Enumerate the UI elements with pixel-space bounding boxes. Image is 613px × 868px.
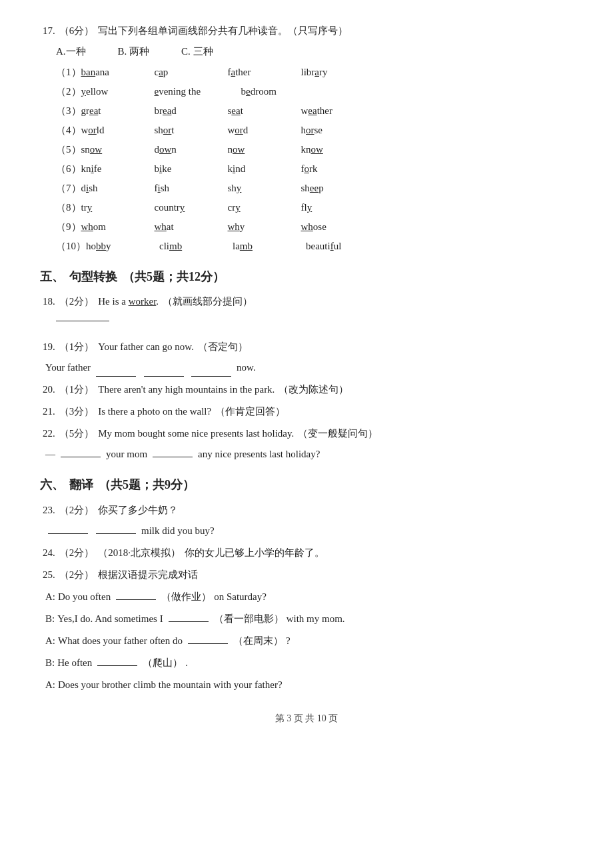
g10-w2: climb (159, 237, 233, 255)
q19-score: （1分） (59, 338, 95, 356)
g3-w1: great (81, 102, 155, 120)
q19-blank3[interactable] (191, 376, 231, 377)
g10-w3: lamb (233, 237, 306, 255)
q23-blank1[interactable] (48, 533, 88, 534)
q22-blank2[interactable] (153, 457, 193, 457)
q19-num: 19. (43, 338, 55, 356)
q18-note: （就画线部分提问） (163, 293, 253, 311)
q17-score: （6分） (59, 22, 95, 40)
g2-w1: yellow (81, 83, 155, 101)
q20-score: （1分） (59, 381, 95, 399)
g4-w3: word (228, 121, 301, 139)
g4-w1: world (81, 121, 155, 139)
q17-group-3: （3） great bread seat weather (43, 102, 573, 120)
q22-dash: — (45, 445, 55, 463)
g9-w1: whom (81, 218, 155, 236)
q17-group-10: （10） hobby climb lamb beautiful (43, 237, 573, 255)
g2-w2: evening the (155, 83, 241, 101)
g3-w4: weather (301, 102, 374, 120)
q17-group-9: （9） whom what why whose (43, 218, 573, 236)
section5-header: 五、 句型转换 （共5题；共12分） (40, 266, 573, 287)
q23-text: 你买了多少牛奶？ (98, 501, 178, 519)
q19-blank2[interactable] (144, 376, 184, 377)
q25-d1-suffix: on Saturday? (214, 588, 267, 606)
q25-d1-speaker: A: (45, 588, 55, 606)
q17-options: A.一种 B. 两种 C. 三种 (56, 43, 573, 61)
g9-w2: what (155, 218, 228, 236)
g1-w3: father (228, 63, 301, 81)
g10-num: （10） (56, 237, 86, 255)
q19-answer-prefix: Your father (45, 362, 91, 373)
q17-option-c: C. 三种 (181, 43, 213, 61)
q18-answer[interactable] (56, 321, 109, 321)
g10-w4: beautiful (306, 237, 379, 255)
q17-group-5: （5） snow down now know (43, 141, 573, 159)
q25-d2-speaker: B: (45, 610, 55, 628)
q25-d3-blank[interactable] (188, 643, 228, 644)
q22-text: My mom bought some nice presents last ho… (98, 425, 294, 443)
q20-text: There aren't any high mountains in the p… (98, 381, 275, 399)
g6-w4: fork (301, 160, 374, 178)
g8-w1: try (81, 199, 155, 217)
g7-w2: fish (155, 179, 228, 197)
g1-num: （1） (56, 63, 81, 81)
q25-d3-speaker: A: (45, 632, 55, 650)
q24-score: （2分） (59, 544, 95, 562)
g6-w1: knife (81, 160, 155, 178)
g7-w4: sheep (301, 179, 374, 197)
q22-blank1[interactable] (61, 457, 101, 457)
g1-w2: cap (155, 63, 228, 81)
q25-d4-prefix: He often (57, 654, 92, 672)
question-22: 22. （5分） My mom bought some nice present… (40, 425, 573, 463)
g6-w3: kind (228, 160, 301, 178)
q18-text: He is a worker. (98, 293, 159, 311)
q17-group-2: （2） yellow evening the bedroom (43, 83, 573, 101)
q25-num: 25. (43, 566, 55, 584)
q25-d4-blank[interactable] (97, 665, 137, 666)
q21-note: （作肯定回答） (215, 403, 285, 421)
q24-num: 24. (43, 544, 55, 562)
q25-d2-hint: （看一部电影） (214, 610, 284, 628)
q21-text: Is there a photo on the wall? (98, 403, 211, 421)
q25-d4-hint: （爬山） (143, 654, 183, 672)
q19-text: Your father can go now. (98, 338, 194, 356)
section6-header: 六、 翻译 （共5题；共9分） (40, 474, 573, 495)
g3-w3: seat (228, 102, 301, 120)
section5-detail: （共5题；共12分） (123, 266, 225, 287)
q25-instruction: 根据汉语提示完成对话 (98, 566, 198, 584)
q25-d1-blank[interactable] (116, 599, 156, 600)
q25-d2-blank[interactable] (169, 621, 209, 622)
q25-d2-prefix: Yes,I do. And sometimes I (57, 610, 163, 628)
g5-w3: now (228, 141, 301, 159)
g7-w3: shy (228, 179, 301, 197)
g7-num: （7） (56, 179, 81, 197)
q17-group-6: （6） knife bike kind fork (43, 160, 573, 178)
g4-w2: short (155, 121, 228, 139)
g8-num: （8） (56, 199, 81, 217)
g4-w4: horse (301, 121, 374, 139)
q25-d5-text: Does your brother climb the mountain wit… (58, 676, 283, 694)
q23-blank2[interactable] (96, 533, 136, 534)
question-20: 20. （1分） There aren't any high mountains… (40, 381, 573, 399)
g6-num: （6） (56, 160, 81, 178)
q17-num: 17. (43, 22, 55, 40)
g1-w1: banana (81, 63, 155, 81)
g8-w2: country (155, 199, 228, 217)
g9-num: （9） (56, 218, 81, 236)
q19-blank1[interactable] (96, 376, 136, 377)
page-number: 第 3 页 共 10 页 (40, 710, 573, 727)
question-25: 25. （2分） 根据汉语提示完成对话 A: Do you often （做作业… (40, 566, 573, 694)
question-24: 24. （2分） （2018·北京模拟） 你的女儿已够上小学的年龄了。 (40, 544, 573, 562)
g8-w3: cry (228, 199, 301, 217)
q17-option-b: B. 两种 (118, 43, 150, 61)
g1-w4: library (301, 63, 374, 81)
q25-d3-hint: （在周末） (233, 632, 283, 650)
question-18: 18. （2分） He is a worker. （就画线部分提问） (40, 293, 573, 333)
g8-w4: fly (301, 199, 374, 217)
question-17: 17. （6分） 写出下列各组单词画线部分共有几种读音。（只写序号） A.一种 … (40, 22, 573, 255)
q25-d4-speaker: B: (45, 654, 55, 672)
q21-num: 21. (43, 403, 55, 421)
q23-suffix: milk did you buy? (141, 522, 215, 540)
q22-num: 22. (43, 425, 55, 443)
g3-w2: bread (155, 102, 228, 120)
